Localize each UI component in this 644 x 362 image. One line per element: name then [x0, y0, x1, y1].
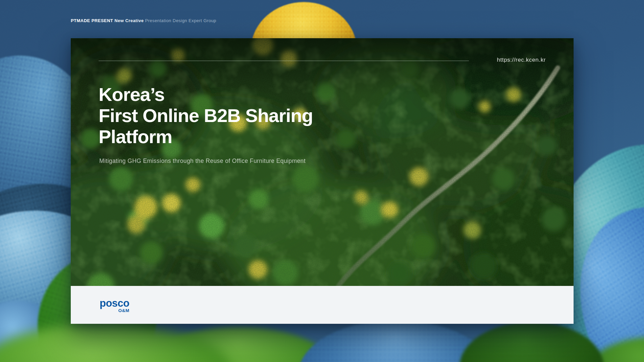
- posco-wordmark: posco: [100, 298, 129, 308]
- credit-group: Presentation Design Expert Group: [145, 18, 216, 23]
- slide-footer-bar: posco O&M: [71, 286, 574, 324]
- presentation-slide: https://rec.kcen.kr Korea’s First Online…: [71, 38, 574, 324]
- slide-title-line-1: Korea’s: [99, 84, 313, 105]
- posco-logo: posco O&M: [100, 298, 129, 313]
- slide-title: Korea’s First Online B2B Sharing Platfor…: [99, 84, 313, 147]
- slide-subtitle: Mitigating GHG Emissions through the Reu…: [99, 158, 306, 165]
- header-divider-line: [99, 61, 469, 61]
- page: PTMADE PRESENT New Creative Presentation…: [0, 0, 644, 362]
- forest-photo-area: https://rec.kcen.kr Korea’s First Online…: [71, 38, 574, 286]
- slide-url-link[interactable]: https://rec.kcen.kr: [497, 57, 546, 63]
- credit-brand: PTMADE PRESENT: [71, 18, 113, 23]
- slide-title-line-3: Platform: [99, 126, 313, 147]
- credit-highlight: New Creative: [114, 18, 144, 23]
- slide-title-line-2: First Online B2B Sharing: [99, 105, 313, 126]
- designer-credit: PTMADE PRESENT New Creative Presentation…: [71, 18, 216, 23]
